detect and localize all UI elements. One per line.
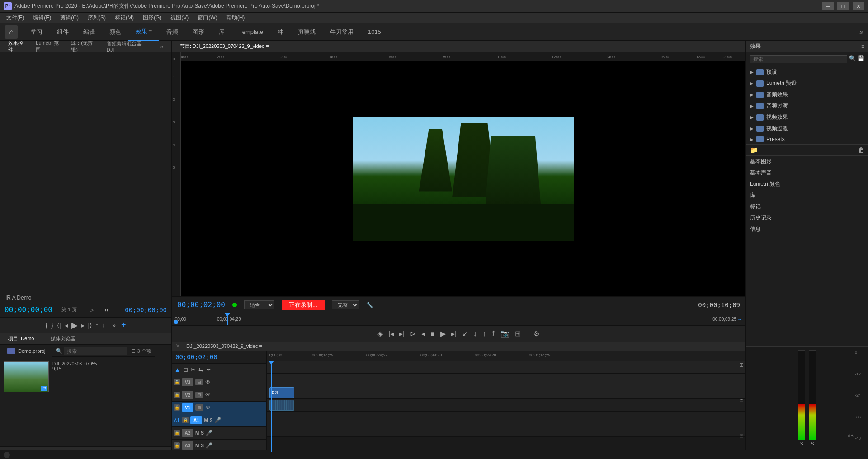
timeline-timecode-display[interactable]: 00;00;02;00	[175, 353, 217, 361]
tl-slip-tool[interactable]: ⇆	[198, 366, 203, 373]
media-browser-tab[interactable]: 媒体浏览器	[46, 334, 80, 343]
tl-select-tool[interactable]: ▲	[175, 366, 180, 373]
a3-lock[interactable]: 🔒	[174, 442, 180, 449]
nav-tab-nidao[interactable]: 牛刀常用	[323, 23, 361, 41]
effects-search-input[interactable]	[750, 55, 847, 63]
effects-cat-lumetri[interactable]: ▶ Lumetri 预设	[746, 78, 868, 89]
menu-file[interactable]: 文件(F)	[2, 13, 28, 23]
effects-cat-video-effects[interactable]: ▶ 视频效果	[746, 112, 868, 123]
a3-solo[interactable]: S	[201, 443, 204, 448]
nav-tab-audio[interactable]: 音频	[159, 23, 185, 41]
v1-select-btn[interactable]: V1	[182, 403, 193, 412]
nav-tab-effects[interactable]: 效果 ≡	[128, 23, 159, 41]
effects-panel-menu[interactable]: ≡	[861, 43, 864, 50]
forward-btn[interactable]: ▸	[81, 322, 85, 329]
nav-tab-assembly[interactable]: 组件	[50, 23, 76, 41]
play-btn[interactable]: ▶	[71, 320, 78, 330]
basic-audio-item[interactable]: 基本声音	[746, 167, 868, 178]
history-item[interactable]: 历史记录	[746, 212, 868, 224]
preview-extract[interactable]: ⤴	[491, 330, 495, 338]
v2-eye[interactable]: 👁	[205, 392, 211, 398]
a3-mute[interactable]: M	[195, 443, 199, 448]
v1-toggle[interactable]: ⊟	[195, 404, 203, 411]
menu-sequence[interactable]: 序列(S)	[83, 13, 110, 23]
wrench-button[interactable]: 🔧	[366, 302, 373, 308]
media-item-thumbnail[interactable]: ⏱	[4, 361, 49, 392]
nav-tab-rush[interactable]: 冲	[270, 23, 291, 41]
timeline-collapse-btn[interactable]: ⊟	[739, 396, 744, 403]
effects-cat-audio-effects[interactable]: ▶ 音频效果	[746, 89, 868, 100]
project-view-btn[interactable]: ⊟	[131, 348, 136, 354]
menu-clip[interactable]: 剪辑(C)	[56, 13, 83, 23]
preview-go-out[interactable]: ▸|	[399, 329, 405, 338]
effects-cat-presets[interactable]: ▶ 预设	[746, 66, 868, 78]
preview-insert[interactable]: ↙	[462, 329, 468, 338]
timecode-display-left[interactable]: 00;00;00;00	[5, 305, 52, 314]
effects-cat-audio-transitions[interactable]: ▶ 音频过渡	[746, 100, 868, 112]
a3-mic[interactable]: 🎤	[206, 442, 212, 449]
audio-clip-a1[interactable]	[269, 400, 294, 411]
a1-select-btn[interactable]: A1	[190, 416, 202, 424]
timeline-tab[interactable]: DJI_20220503_070422_9_videc ≡	[182, 342, 267, 350]
effects-cat-presets2[interactable]: ▶ Presets	[746, 134, 868, 144]
preview-play[interactable]: ▶	[440, 329, 446, 338]
home-button[interactable]: ⌂	[5, 25, 18, 39]
nav-tab-template[interactable]: Template	[232, 23, 270, 41]
a2-lock[interactable]: 🔒	[174, 430, 180, 436]
preview-mark-in[interactable]: ◈	[377, 329, 383, 338]
nav-tab-color[interactable]: 颜色	[102, 23, 128, 41]
v1-eye[interactable]: 👁	[205, 404, 211, 411]
complete-select[interactable]: 完整 1/2 1/4	[332, 300, 359, 309]
a2-select-btn[interactable]: A2	[182, 429, 193, 437]
preview-step-back[interactable]: ◂	[421, 329, 425, 338]
info-item[interactable]: 信息	[746, 224, 868, 235]
preview-export-frame[interactable]: 📷	[500, 329, 509, 338]
library-item[interactable]: 库	[746, 190, 868, 201]
project-search-input[interactable]	[64, 347, 127, 355]
v2-select-btn[interactable]: V2	[182, 391, 193, 399]
video-clip-dji[interactable]: DJI	[269, 387, 294, 398]
panel-tab-audio-mixer[interactable]: 音频剪辑混合器: DJI_	[102, 39, 156, 53]
panel-tab-effect-controls[interactable]: 效果控件	[4, 39, 31, 54]
v3-toggle[interactable]: ⊟	[195, 379, 203, 385]
close-button[interactable]: ✕	[853, 2, 864, 10]
nav-more-button[interactable]: »	[859, 28, 863, 36]
preview-playhead-bar[interactable]: ;00;00 00;00;04;29 00;00;09;25 →	[172, 313, 745, 325]
a1-solo[interactable]: S	[210, 418, 213, 423]
markers-item[interactable]: 标记	[746, 201, 868, 212]
preview-go-in[interactable]: |◂	[388, 329, 394, 338]
project-tab[interactable]: 项目: Demo	[4, 334, 38, 343]
lumetri-color-item[interactable]: Lumetri 颜色	[746, 178, 868, 190]
nav-tab-graphics[interactable]: 图形	[185, 23, 212, 41]
fit-select[interactable]: 适合 25% 50% 100%	[244, 300, 274, 309]
v3-lock[interactable]: 🔒	[174, 379, 180, 385]
menu-edit[interactable]: 编辑(E)	[28, 13, 56, 23]
preview-stop[interactable]: ■	[430, 330, 435, 338]
preview-forward-end[interactable]: ▸|	[451, 329, 457, 338]
timeline-close-btn[interactable]: ✕	[175, 343, 180, 349]
nav-tab-learn[interactable]: 学习	[24, 23, 50, 41]
a1-lock[interactable]: 🔒	[182, 417, 189, 423]
a3-select-btn[interactable]: A3	[182, 441, 193, 450]
minimize-button[interactable]: ─	[822, 2, 834, 10]
go-to-in-btn[interactable]: {	[46, 322, 48, 329]
timecode-display-right[interactable]: 00;00;00;00	[125, 306, 167, 314]
panel-tab-lumetri-scope[interactable]: Lumetri 范围	[31, 39, 66, 54]
a1-mute[interactable]: M	[204, 418, 208, 423]
go-to-out-btn[interactable]: }	[51, 322, 53, 329]
menu-window[interactable]: 窗口(W)	[193, 13, 222, 23]
a2-solo[interactable]: S	[201, 431, 204, 436]
menu-graphics[interactable]: 图形(G)	[138, 13, 166, 23]
preview-overwrite[interactable]: ↓	[473, 330, 477, 338]
effects-cat-video-transitions[interactable]: ▶ 视频过渡	[746, 123, 868, 134]
v2-toggle[interactable]: ⊟	[195, 392, 203, 398]
back-btn[interactable]: ◂	[65, 322, 68, 329]
nav-tab-jianyijiu[interactable]: 剪咦就	[291, 23, 323, 41]
timeline-collapse-btn2[interactable]: ⊟	[739, 432, 744, 439]
a1-mic[interactable]: 🎤	[214, 417, 221, 423]
preview-panel-tab[interactable]: 节目: DJI_20220503_070422_9_video ≡	[175, 42, 274, 51]
timeline-expand-btn[interactable]: ⊞	[739, 362, 744, 368]
preview-settings[interactable]: ⚙	[533, 329, 540, 338]
panel-tabs-more[interactable]: »	[156, 43, 168, 50]
basic-graphics-item[interactable]: 基本图形	[746, 156, 868, 167]
